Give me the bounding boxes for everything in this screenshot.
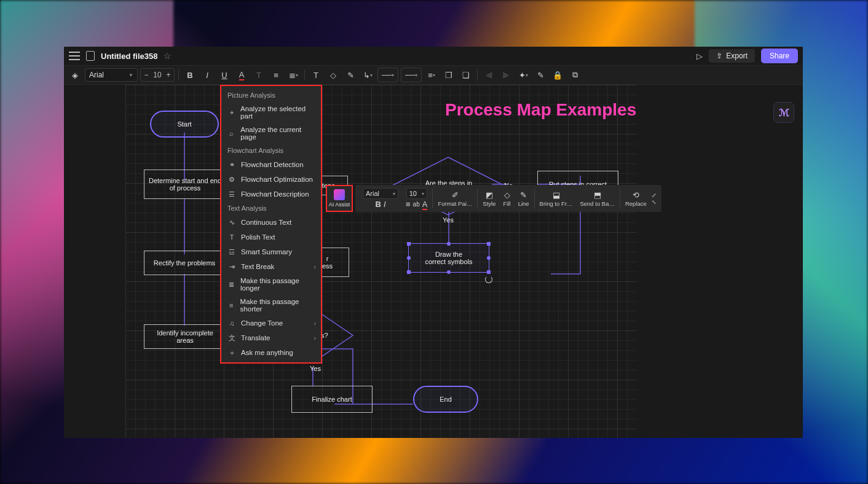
ctx-longer[interactable]: ≣Make this passage longer xyxy=(221,274,321,295)
arrow-style-select[interactable]: ▾ xyxy=(401,68,422,82)
brush-icon: ✐ xyxy=(452,190,459,200)
node-end[interactable]: End xyxy=(413,386,478,413)
line-spacing-icon[interactable]: ≣▾ xyxy=(286,68,301,82)
ctx-flow-detect[interactable]: ⚭Flowchart Detection xyxy=(221,157,321,172)
export-label: Export xyxy=(726,52,748,60)
float-bring-front[interactable]: ⬓Bring to Fr… xyxy=(536,185,577,212)
node-finalize[interactable]: Finalize chart xyxy=(291,386,373,413)
bring-front-icon: ⬓ xyxy=(553,190,560,200)
ctx-ask[interactable]: ＋Ask me anything xyxy=(221,345,321,360)
title-bar: Untitled file358 ☆ ▷ ⇪ Export Share xyxy=(64,47,803,65)
float-font-select[interactable]: Arial▾ xyxy=(363,188,398,199)
magnify-page-icon: ⌕ xyxy=(227,129,235,138)
float-send-back[interactable]: ⬒Send to Ba… xyxy=(576,185,618,212)
font-color-icon[interactable]: A xyxy=(234,68,249,82)
shape-style-icon[interactable]: ◈ xyxy=(68,68,82,82)
float-replace[interactable]: ⟲Replace xyxy=(621,185,650,212)
ctx-polish[interactable]: TPolish Text xyxy=(221,230,321,244)
sparkle-icon[interactable]: ✦▾ xyxy=(516,68,531,82)
ctx-break[interactable]: ⇥Text Break xyxy=(221,259,321,274)
float-line[interactable]: ✎Line xyxy=(515,185,533,212)
send-back-icon: ⬒ xyxy=(594,190,601,200)
float-style[interactable]: ◩Style xyxy=(479,185,499,212)
ai-assist-button[interactable]: AI Assist xyxy=(326,185,353,212)
underline-icon[interactable]: U xyxy=(217,68,232,82)
float-align-icon[interactable]: ≡ xyxy=(406,200,411,209)
pen-icon: ✎ xyxy=(520,190,527,200)
ctx-analyze-selected[interactable]: ⌖Analyze the selected part xyxy=(221,102,321,123)
share-button[interactable]: Share xyxy=(761,49,798,63)
float-case-icon[interactable]: ab xyxy=(413,201,420,208)
float-font-block: Arial▾ B I xyxy=(359,185,402,212)
duplicate-icon[interactable]: ⧉ xyxy=(567,68,582,82)
font-select[interactable]: Arial▼ xyxy=(85,68,138,82)
float-format-painter[interactable]: ✐Format Pai… xyxy=(434,185,476,212)
float-size-select[interactable]: 10▾ xyxy=(406,188,427,199)
node-start[interactable]: Start xyxy=(150,111,219,138)
export-button[interactable]: ⇪ Export xyxy=(709,49,755,63)
longer-icon: ≣ xyxy=(227,280,235,289)
align-icon[interactable]: ≡ xyxy=(269,68,283,82)
decrease-icon[interactable]: − xyxy=(141,71,152,79)
float-italic-icon[interactable]: I xyxy=(384,200,386,209)
italic-icon[interactable]: I xyxy=(200,68,215,82)
ctx-tone[interactable]: ♫Change Tone xyxy=(221,316,321,330)
node-rectify[interactable]: Rectify the problems xyxy=(144,251,225,275)
line-style-select[interactable]: ▾ xyxy=(377,68,398,82)
float-bold-icon[interactable]: B xyxy=(375,200,381,209)
align-left-obj-icon[interactable]: ⫷ xyxy=(481,68,496,82)
fill-icon[interactable]: ◇ xyxy=(326,68,341,82)
document-icon xyxy=(86,51,95,61)
edit-icon[interactable]: ✎ xyxy=(533,68,548,82)
ctx-translate[interactable]: 文Translate xyxy=(221,330,321,345)
break-icon: ⇥ xyxy=(227,262,236,271)
ctx-flow-hdr: Flowchart Analysis xyxy=(221,144,321,157)
yes2-label: Yes xyxy=(310,365,321,372)
lock-icon[interactable]: 🔒 xyxy=(550,68,565,82)
float-fill[interactable]: ◇Fill xyxy=(499,185,514,212)
replace-icon: ⟲ xyxy=(633,190,639,200)
ctx-flow-opt[interactable]: ⚙Flowchart Optimization xyxy=(221,172,321,187)
font-size-value: 10 xyxy=(152,71,163,79)
ctx-shorter[interactable]: ≡Make this passage shorter xyxy=(221,295,321,316)
line-color-icon[interactable]: ✎ xyxy=(343,68,358,82)
canvas[interactable]: Process Map Examples Start Determine sta… xyxy=(125,85,637,438)
ctx-summary[interactable]: ☲Smart Summary xyxy=(221,244,321,259)
send-backward-icon[interactable]: ❏ xyxy=(459,68,473,82)
ai-context-menu: Picture Analysis ⌖Analyze the selected p… xyxy=(220,85,322,364)
clear-format-icon[interactable]: T xyxy=(251,68,266,82)
play-icon[interactable]: ▷ xyxy=(696,52,703,61)
summary-icon: ☲ xyxy=(227,248,236,256)
align-right-obj-icon[interactable]: ⫸ xyxy=(499,68,513,82)
list-icon[interactable]: ≡▾ xyxy=(424,68,439,82)
magnify-part-icon: ⌖ xyxy=(227,108,235,117)
node-identify[interactable]: Identify incomplete areas xyxy=(144,324,226,349)
bring-forward-icon[interactable]: ❐ xyxy=(441,68,456,82)
ctx-cont-text[interactable]: ∿Continuous Text xyxy=(221,215,321,230)
node-determine[interactable]: Determine start and end of process xyxy=(144,170,226,199)
file-title[interactable]: Untitled file358 xyxy=(101,52,157,61)
ctx-flow-desc[interactable]: ☰Flowchart Description xyxy=(221,187,321,201)
canvas-title: Process Map Examples xyxy=(445,100,636,120)
font-size-stepper[interactable]: − 10 + xyxy=(140,68,175,82)
shorter-icon: ≡ xyxy=(227,301,235,310)
text-tool-icon[interactable]: T xyxy=(309,68,323,82)
translate-icon: 文 xyxy=(227,334,236,342)
expand-icon: ⤢ xyxy=(652,192,657,198)
ctx-analyze-page[interactable]: ⌕Analyze the current page xyxy=(221,123,321,144)
node-draw-selected[interactable]: Draw the correct symbols xyxy=(408,243,489,273)
main-toolbar: ◈ Arial▼ − 10 + B I U A T ≡ ≣▾ T ◇ ✎ ↳▾ … xyxy=(64,65,803,85)
float-color-icon[interactable]: A xyxy=(422,200,428,209)
rotate-handle-icon[interactable] xyxy=(485,276,492,283)
ask-icon: ＋ xyxy=(227,348,236,357)
menu-icon[interactable] xyxy=(69,52,80,60)
connector-icon[interactable]: ↳▾ xyxy=(360,68,375,82)
style-icon: ◩ xyxy=(486,190,493,200)
float-expand[interactable]: ⤢⤡ xyxy=(650,185,658,212)
ai-badge-icon[interactable]: ℳ xyxy=(773,102,794,123)
yes-label: Yes xyxy=(443,216,454,224)
flow-detect-icon: ⚭ xyxy=(227,160,236,169)
star-icon[interactable]: ☆ xyxy=(164,51,172,61)
bold-icon[interactable]: B xyxy=(183,68,197,82)
increase-icon[interactable]: + xyxy=(163,71,174,79)
